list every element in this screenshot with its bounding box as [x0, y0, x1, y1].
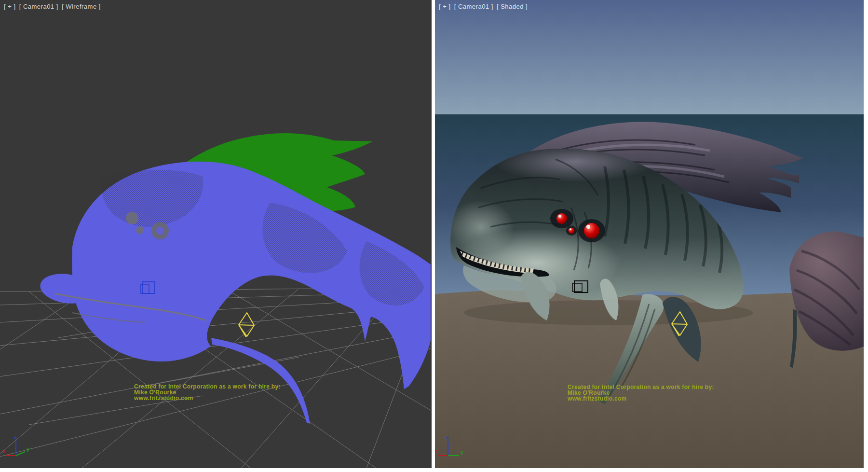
axis-z-label: z — [446, 434, 449, 440]
viewport-label: [ + ] [ Camera01 ] [ Shaded ] — [439, 3, 529, 10]
axis-z-label: z — [14, 434, 17, 440]
axis-gizmo: x z y — [2, 434, 30, 456]
axis-x-label: x — [2, 448, 6, 454]
viewport-menu-camera[interactable]: [ Camera01 ] — [19, 3, 58, 10]
viewport-label: [ + ] [ Camera01 ] [ Wireframe ] — [4, 3, 102, 10]
axis-y-label: y — [461, 449, 464, 455]
viewport-menu-expand[interactable]: [ + ] — [4, 3, 16, 10]
fish-pelvic-fin-wireframe[interactable] — [211, 338, 310, 424]
fish-eye-large — [584, 223, 599, 238]
credit-line-3: www.fritzstudio.com — [134, 395, 281, 401]
viewport-menu-camera[interactable]: [ Camera01 ] — [454, 3, 493, 10]
fish-eye-small — [569, 228, 575, 234]
axis-y-label: y — [27, 446, 30, 452]
credit-text: Created for Intel Corporation as a work … — [134, 384, 281, 401]
credit-line-3: www.fritzstudio.com — [568, 396, 714, 402]
fish-eye-medium — [556, 213, 567, 224]
viewport-shaded[interactable]: x z y [ + ] [ Camera01 ] [ Shaded ] Crea… — [435, 0, 864, 468]
bone-octahedron-helper[interactable] — [239, 313, 254, 337]
viewport-menu-expand[interactable]: [ + ] — [439, 3, 451, 10]
viewport-menu-shading[interactable]: [ Wireframe ] — [62, 3, 101, 10]
viewport-menu-shading[interactable]: [ Shaded ] — [497, 3, 528, 10]
viewport-wireframe[interactable]: x z y [ + ] [ Camera01 ] [ Wireframe ] C… — [0, 0, 432, 468]
sky-background — [435, 0, 864, 114]
dual-viewport-layout: x z y [ + ] [ Camera01 ] [ Wireframe ] C… — [0, 0, 868, 472]
credit-text: Created for Intel Corporation as a work … — [568, 384, 714, 402]
